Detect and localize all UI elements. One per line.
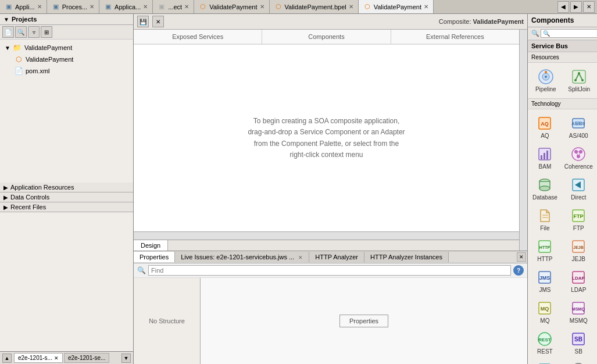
svg-text:JMS: JMS (539, 275, 550, 281)
svg-rect-18 (546, 151, 548, 159)
search-project-btn[interactable]: 🔍 (15, 26, 27, 38)
resources-label: Resources (528, 52, 597, 63)
tab-vp1-close[interactable]: ✕ (260, 3, 264, 10)
tab-appli-label: Appli... (15, 3, 35, 10)
component-as400[interactable]: AS/400 AS/400 (562, 113, 595, 141)
svg-text:MQ: MQ (541, 306, 549, 312)
left-bottom-sections: ▶ Application Resources ▶ Data Controls … (0, 183, 133, 351)
component-sb[interactable]: SB SB (562, 329, 595, 357)
tab-proce-close[interactable]: ✕ (90, 3, 94, 10)
bottom-tab-http[interactable]: HTTP Analyzer (309, 252, 364, 262)
data-controls-header[interactable]: ▶ Data Controls (0, 192, 133, 202)
svg-point-9 (581, 79, 584, 81)
component-aq[interactable]: AQ AQ (530, 113, 560, 141)
recent-files-header[interactable]: ▶ Recent Files (0, 202, 133, 212)
projects-toolbar: 📄 🔍 ▿ ⊞ (0, 25, 133, 40)
close-editor-btn[interactable]: ✕ (152, 16, 164, 27)
bottom-tab-http-instances[interactable]: HTTP Analyzer Instances (364, 252, 449, 262)
canvas-vscroll[interactable] (519, 30, 527, 251)
component-database[interactable]: Database (530, 174, 560, 203)
component-jejb[interactable]: JEJB JEJB (562, 236, 595, 265)
recent-files-label: Recent Files (10, 204, 46, 210)
component-coherence[interactable]: Coherence (562, 144, 595, 172)
component-tuxedo[interactable]: Tuxedo (562, 359, 595, 364)
expand-all-btn[interactable]: ⊞ (41, 26, 52, 38)
tab-rect-close[interactable]: ✕ (184, 3, 189, 10)
pipeline-icon (538, 69, 554, 85)
component-bam[interactable]: BAM (530, 144, 560, 172)
canvas-scrollbar[interactable] (134, 231, 519, 240)
tree-child1[interactable]: ⬡ ValidatePayment (2, 53, 131, 65)
main-body: ▼ Projects 📄 🔍 ▿ ⊞ ▼ 📁 ValidatePayment ⬡… (0, 14, 597, 364)
svg-point-19 (572, 148, 585, 160)
direct-label: Direct (571, 194, 586, 201)
nav-close-btn[interactable]: ✕ (583, 1, 595, 13)
msmq-label: MSMQ (570, 317, 588, 324)
svg-text:SB: SB (574, 336, 582, 342)
component-search-input[interactable] (541, 29, 597, 38)
tab-applica-close[interactable]: ✕ (143, 3, 148, 10)
component-ftp[interactable]: FTP FTP (562, 205, 595, 234)
coherence-icon (570, 146, 587, 162)
tab-bpel-close[interactable]: ✕ (349, 3, 353, 10)
left-tab-1[interactable]: e2e-1201-s... ✕ (14, 353, 63, 363)
col-components: Components (262, 30, 391, 44)
component-rest[interactable]: REST REST (530, 329, 560, 357)
component-direct[interactable]: Direct (562, 174, 595, 203)
component-socket[interactable]: Socket (530, 359, 560, 364)
tab-rect-icon: ▣ (158, 3, 166, 11)
component-msmq[interactable]: MSMQ MSMQ (562, 298, 595, 326)
new-project-btn[interactable]: 📄 (2, 26, 14, 38)
bottom-tab-live-issues[interactable]: Live Issues: e2e-1201-servicebus.jws ...… (175, 252, 309, 262)
component-pipeline[interactable]: Pipeline (530, 66, 562, 95)
canvas-content[interactable]: To begin creating a SOA composite applic… (134, 45, 519, 231)
rest-label: REST (537, 348, 553, 355)
components-title: Components (531, 16, 574, 24)
tree-child2[interactable]: 📄 pom.xml (2, 65, 131, 77)
tab-rect[interactable]: ▣ ...ect ✕ (153, 0, 194, 13)
design-tab-label: Design (141, 242, 160, 249)
tab-vp3-close[interactable]: ✕ (424, 3, 428, 10)
component-file[interactable]: File (530, 205, 560, 234)
file-label: File (540, 225, 549, 231)
left-tab-minimize[interactable]: ▼ (121, 354, 131, 363)
bottom-tab-live-issues-close[interactable]: ✕ (298, 255, 303, 260)
save-btn[interactable]: 💾 (137, 16, 149, 27)
http-label: HTTP (537, 256, 552, 262)
help-btn[interactable]: ? (513, 265, 524, 276)
component-splitjoin[interactable]: SplitJoin (564, 66, 595, 95)
bottom-panel-close-btn[interactable]: ✕ (517, 252, 526, 262)
svg-text:AQ: AQ (541, 121, 549, 127)
bottom-tab-properties[interactable]: Properties (134, 252, 175, 262)
left-tab-2[interactable]: e2e-1201-se... (64, 353, 110, 363)
svg-text:REST: REST (539, 337, 551, 342)
app-resources-header[interactable]: ▶ Application Resources (0, 183, 133, 192)
tab-vp3-label: ValidatePayment (374, 3, 421, 10)
component-ldap[interactable]: LDAP LDAP (562, 267, 595, 295)
component-jms[interactable]: JMS JMS (530, 267, 560, 295)
tab-applica[interactable]: ▣ Applica... ✕ (99, 0, 153, 13)
tab-vp1[interactable]: ⬡ ValidatePayment ✕ (194, 0, 269, 13)
filter-btn[interactable]: ▿ (28, 26, 40, 38)
tab-proce[interactable]: ▣ Proces... ✕ (47, 0, 99, 13)
projects-header: ▼ Projects (0, 14, 133, 25)
search-icon: 🔍 (531, 30, 539, 37)
left-tab-1-close[interactable]: ✕ (54, 355, 59, 361)
tab-appli-close[interactable]: ✕ (37, 3, 42, 10)
design-tab[interactable]: Design (134, 240, 168, 251)
left-tab-scroll-up[interactable]: ▲ (2, 354, 12, 363)
tree-root[interactable]: ▼ 📁 ValidatePayment (2, 42, 131, 53)
tab-appli[interactable]: ▣ Appli... ✕ (0, 0, 47, 13)
nav-forward-btn[interactable]: ▶ (570, 1, 582, 13)
col-exposed-label: Exposed Services (172, 33, 223, 40)
tab-bpel[interactable]: ⬡ ValidatePayment.bpel ✕ (270, 0, 359, 13)
help-label: ? (517, 267, 520, 274)
canvas: Exposed Services Components External Ref… (134, 30, 519, 251)
component-mq[interactable]: MQ MQ (530, 298, 560, 326)
component-http[interactable]: HTTP HTTP (530, 236, 560, 265)
pipeline-label: Pipeline (535, 86, 556, 92)
tab-vp3[interactable]: ⬡ ValidatePayment ✕ (359, 0, 434, 13)
nav-back-btn[interactable]: ◀ (557, 1, 569, 13)
technology-label: Technology (528, 98, 597, 109)
find-input[interactable] (148, 265, 511, 276)
